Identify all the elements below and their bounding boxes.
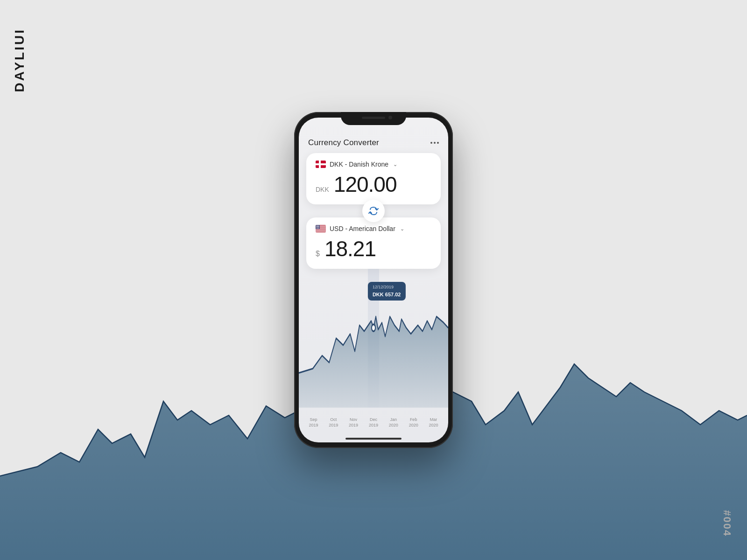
svg-point-20 (316, 226, 317, 227)
brand-label: DAYLIUI (13, 28, 26, 92)
x-label-mar2020: Mar2020 (429, 417, 438, 428)
x-axis-labels: Sep2019 Oct2019 Nov2019 Dec2019 Jan2020 … (299, 417, 448, 428)
svg-point-21 (317, 226, 317, 227)
converter-cards: DKK - Danish Krone ⌄ DKK 120.00 (299, 153, 448, 269)
from-currency-label: DKK - Danish Krone (330, 161, 388, 168)
svg-point-15 (319, 225, 319, 226)
screen-content: Currency Converter (299, 118, 448, 442)
phone-notch (341, 112, 406, 125)
svg-point-11 (316, 225, 317, 226)
to-currency-label: USD - American Dollar (330, 225, 395, 232)
from-amount-row: DKK 120.00 (316, 174, 431, 195)
svg-point-13 (317, 225, 318, 226)
svg-rect-9 (316, 231, 326, 232)
svg-rect-8 (316, 230, 326, 231)
swap-button-wrapper (306, 200, 441, 222)
svg-point-37 (318, 228, 319, 229)
to-amount[interactable]: 18.21 (324, 238, 376, 259)
svg-point-27 (318, 227, 318, 227)
svg-point-23 (318, 226, 319, 227)
app-header: Currency Converter (299, 138, 448, 153)
dot-1 (430, 142, 432, 144)
x-label-dec2019: Dec2019 (369, 417, 378, 428)
svg-point-26 (317, 227, 317, 227)
header-menu-dots[interactable] (430, 142, 439, 144)
svg-point-30 (317, 228, 317, 228)
phone-body: Currency Converter (294, 112, 453, 448)
svg-point-19 (318, 226, 319, 226)
x-label-jan2020: Jan2020 (389, 417, 398, 428)
from-currency-header[interactable]: DKK - Danish Krone ⌄ (316, 161, 431, 168)
to-currency-card[interactable]: USD - American Dollar ⌄ $ 18.21 (306, 217, 441, 269)
dot-3 (437, 142, 439, 144)
x-label-nov2019: Nov2019 (349, 417, 358, 428)
corner-number: #004 (721, 510, 733, 537)
swap-icon (368, 206, 379, 216)
svg-point-14 (318, 225, 319, 226)
svg-point-29 (316, 228, 317, 228)
svg-point-18 (318, 226, 318, 226)
svg-point-28 (318, 227, 319, 227)
svg-point-33 (319, 228, 319, 228)
svg-point-35 (317, 228, 317, 229)
svg-rect-7 (316, 229, 326, 230)
x-label-oct2019: Oct2019 (329, 417, 338, 428)
from-currency-chevron[interactable]: ⌄ (393, 161, 397, 168)
from-currency-card[interactable]: DKK - Danish Krone ⌄ DKK 120.00 (306, 153, 441, 204)
app-title: Currency Converter (308, 138, 379, 147)
x-label-feb2020: Feb2020 (409, 417, 418, 428)
dot-2 (434, 142, 436, 144)
svg-point-22 (317, 226, 318, 227)
svg-point-39 (372, 324, 375, 331)
svg-point-12 (317, 225, 317, 226)
phone-mockup: Currency Converter (294, 112, 453, 448)
svg-point-32 (318, 228, 319, 228)
svg-point-31 (317, 228, 318, 228)
phone-speaker (362, 117, 385, 119)
svg-point-17 (317, 226, 317, 226)
to-amount-row: $ 18.21 (316, 238, 431, 259)
x-label-sep2019: Sep2019 (309, 417, 318, 428)
phone-screen: Currency Converter (299, 118, 448, 442)
swap-button[interactable] (362, 200, 385, 222)
from-amount[interactable]: 120.00 (334, 174, 397, 195)
to-currency-header[interactable]: USD - American Dollar ⌄ (316, 225, 431, 232)
denmark-flag-icon (316, 161, 326, 168)
svg-point-24 (319, 226, 319, 227)
svg-point-34 (317, 228, 317, 229)
svg-point-36 (318, 228, 318, 229)
to-currency-symbol: $ (316, 250, 320, 258)
usa-flag-icon (316, 225, 326, 232)
svg-rect-2 (316, 163, 326, 165)
svg-point-16 (317, 226, 317, 226)
phone-camera (388, 116, 392, 119)
svg-point-25 (317, 227, 317, 227)
chart-area: 12/12/2019 DKK 657.02 Sep2019 Oct2019 No… (299, 269, 448, 442)
to-currency-chevron[interactable]: ⌄ (400, 226, 404, 232)
home-indicator (345, 438, 402, 440)
from-currency-code: DKK (316, 186, 329, 193)
